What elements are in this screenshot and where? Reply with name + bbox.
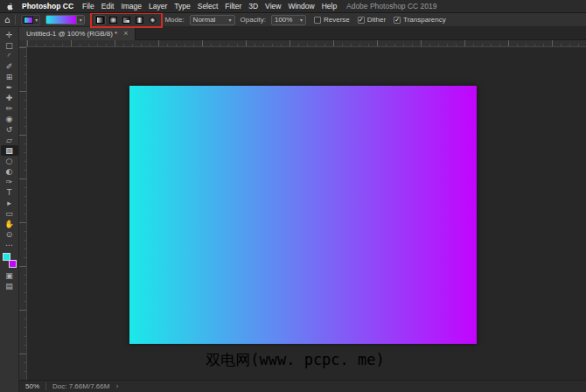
reverse-checkbox-box[interactable] <box>314 17 321 24</box>
mode-value: Normal <box>193 16 216 24</box>
quick-mask-button[interactable]: ▣ <box>1 270 18 281</box>
background-color-swatch[interactable] <box>9 260 17 268</box>
menu-filter[interactable]: Filter <box>225 2 241 10</box>
menu-type[interactable]: Type <box>174 2 190 10</box>
artboard[interactable] <box>129 86 477 344</box>
zoom-tool[interactable]: ⊙ <box>1 229 18 240</box>
zoom-level-field[interactable]: 50% <box>25 382 39 390</box>
menu-3d[interactable]: 3D <box>248 2 258 10</box>
watermark-text: 双电网(www. pcpc. me) <box>206 350 385 370</box>
diamond-gradient-button[interactable] <box>147 15 158 25</box>
checkbox-transparency[interactable]: ✓Transparency <box>394 16 446 24</box>
menu-layer[interactable]: Layer <box>149 2 167 10</box>
type-tool[interactable]: T <box>1 187 18 198</box>
gradient-picker[interactable]: ▾ <box>45 15 85 24</box>
photoshop-app: Photoshop CC FileEditImageLayerTypeSelec… <box>0 0 586 392</box>
angle-gradient-button[interactable] <box>121 15 132 25</box>
menu-items: FileEditImageLayerTypeSelectFilter3DView… <box>82 2 337 10</box>
rectangle-tool[interactable]: ▭ <box>1 208 18 219</box>
app-name-menu[interactable]: Photoshop CC <box>22 2 73 10</box>
chevron-down-icon: ▾ <box>229 18 232 23</box>
menu-help[interactable]: Help <box>322 2 337 10</box>
blur-tool[interactable]: ○ <box>1 156 18 166</box>
reflected-gradient-icon <box>136 17 143 24</box>
window-title: Adobe Photoshop CC 2019 <box>346 0 437 13</box>
pen-tool[interactable]: ✑ <box>1 177 18 187</box>
angle-gradient-icon <box>122 17 130 24</box>
menu-select[interactable]: Select <box>198 2 219 10</box>
menu-edit[interactable]: Edit <box>101 2 115 10</box>
home-icon[interactable]: ⌂ <box>4 16 10 24</box>
mode-select[interactable]: Normal ▾ <box>190 15 235 25</box>
diamond-gradient-icon <box>149 16 157 24</box>
checkbox-reverse[interactable]: Reverse <box>314 16 350 24</box>
reflected-gradient-button[interactable] <box>134 15 145 25</box>
toolbar: ✛□◜✐⊞✒✚✏◉↺▱▨○◐✑T▸▭✋⊙⋯ ▣▤ <box>0 27 19 392</box>
gradient-type-group <box>94 15 159 25</box>
status-divider <box>45 382 46 390</box>
opacity-field[interactable]: 100% ▾ <box>271 15 306 25</box>
chevron-down-icon: ▾ <box>300 18 303 23</box>
dither-checkbox-box[interactable]: ✓ <box>358 17 365 24</box>
opacity-value: 100% <box>275 16 292 24</box>
move-tool[interactable]: ✛ <box>1 30 18 40</box>
radial-gradient-button[interactable] <box>108 15 119 25</box>
foreground-color-swatch[interactable] <box>3 253 10 261</box>
transparency-checkbox-box[interactable]: ✓ <box>394 17 401 24</box>
screen-mode-button[interactable]: ▤ <box>1 281 18 291</box>
eraser-tool[interactable]: ▱ <box>1 135 18 145</box>
linear-gradient-icon <box>96 17 104 24</box>
options-checkbox-group: Reverse✓Dither✓Transparency <box>314 16 446 24</box>
menu-file[interactable]: File <box>82 2 94 10</box>
crop-tool[interactable]: ⊞ <box>1 72 18 82</box>
apple-menu[interactable] <box>6 2 14 11</box>
rectangular-marquee-tool[interactable]: □ <box>1 40 18 51</box>
tool-list-bottom: ▣▤ <box>1 270 18 291</box>
status-chevron-icon[interactable]: › <box>115 382 118 390</box>
document-window: Untitled-1 @ 100% (RGB/8) * × 双电网(www. p… <box>19 27 586 392</box>
clone-stamp-tool[interactable]: ◉ <box>1 114 18 124</box>
checkbox-label: Transparency <box>403 16 446 24</box>
opacity-label: Opacity: <box>241 16 266 24</box>
tool-preset-thumb <box>24 17 33 24</box>
path-selection-tool[interactable]: ▸ <box>1 198 18 208</box>
apple-icon <box>6 2 14 11</box>
canvas-area[interactable]: 双电网(www. pcpc. me) <box>27 47 586 380</box>
dodge-tool[interactable]: ◐ <box>1 166 18 177</box>
eyedropper-tool[interactable]: ✒ <box>1 82 18 93</box>
ruler-corner <box>19 40 27 47</box>
horizontal-ruler <box>27 40 586 47</box>
menu-image[interactable]: Image <box>121 2 142 10</box>
vertical-ruler <box>19 47 27 380</box>
menu-window[interactable]: Window <box>288 2 314 10</box>
quick-selection-tool[interactable]: ✐ <box>1 61 18 72</box>
color-swatches[interactable] <box>3 253 17 268</box>
gradient-preview-swatch[interactable] <box>46 16 76 24</box>
linear-gradient-button[interactable] <box>94 15 106 25</box>
lasso-tool[interactable]: ◜ <box>1 51 18 61</box>
options-bar: ⌂ ▾ ▾ Mode: Normal ▾ Opacity: 100% ▾ Rev… <box>0 13 586 27</box>
spot-healing-brush-tool[interactable]: ✚ <box>1 93 18 103</box>
brush-tool[interactable]: ✏ <box>1 103 18 114</box>
gradient-picker-dropdown[interactable]: ▾ <box>76 16 84 24</box>
history-brush-tool[interactable]: ↺ <box>1 124 18 135</box>
chevron-down-icon: ▾ <box>35 18 38 23</box>
tool-list: ✛□◜✐⊞✒✚✏◉↺▱▨○◐✑T▸▭✋⊙⋯ <box>1 30 18 250</box>
checkbox-label: Dither <box>367 16 386 24</box>
menu-view[interactable]: View <box>265 2 281 10</box>
hand-tool[interactable]: ✋ <box>1 219 18 229</box>
edit-toolbar-button[interactable]: ⋯ <box>1 240 18 250</box>
doc-size-info: Doc: 7.66M/7.66M <box>52 382 109 390</box>
chevron-down-icon: ▾ <box>80 18 82 23</box>
checkbox-dither[interactable]: ✓Dither <box>358 16 386 24</box>
document-tab-title: Untitled-1 @ 100% (RGB/8) * <box>26 30 117 38</box>
tool-preset-picker[interactable]: ▾ <box>21 15 40 25</box>
mode-label: Mode: <box>164 16 184 24</box>
document-tab[interactable]: Untitled-1 @ 100% (RGB/8) * × <box>19 27 136 40</box>
close-icon[interactable]: × <box>123 30 128 38</box>
status-bar: 50% Doc: 7.66M/7.66M › <box>19 380 586 392</box>
radial-gradient-icon <box>109 17 117 24</box>
gradient-tool[interactable]: ▨ <box>1 145 18 156</box>
menu-bar: Photoshop CC FileEditImageLayerTypeSelec… <box>0 0 586 13</box>
document-tab-bar: Untitled-1 @ 100% (RGB/8) * × <box>19 27 586 40</box>
